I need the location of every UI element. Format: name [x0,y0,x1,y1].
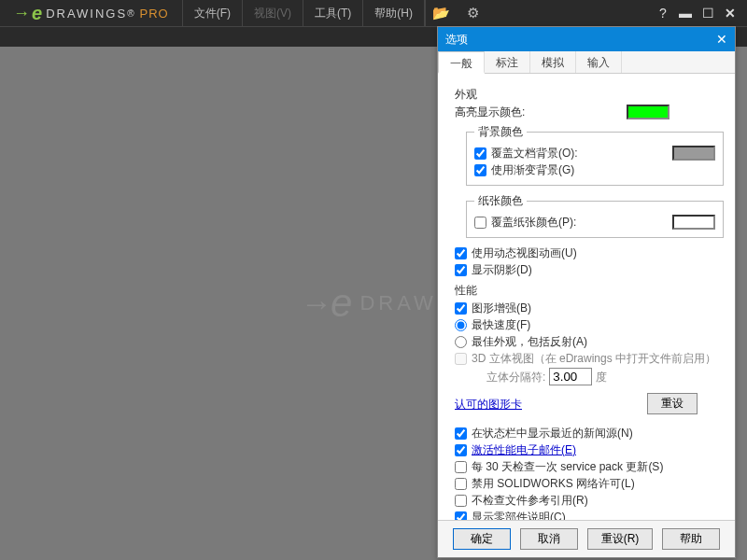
paper-color-group: 纸张颜色 覆盖纸张颜色(P): [466,193,724,238]
dialog-close-icon[interactable]: ✕ [716,32,727,47]
reset-button[interactable]: 重设(R) [587,528,654,550]
check-sp-check[interactable]: 每 30 天检查一次 service pack 更新(S) [455,459,724,474]
watermark: →eDRAWI [301,281,446,326]
tab-markup[interactable]: 标注 [485,51,530,73]
override-paper[interactable]: 覆盖纸张颜色(P): [474,215,715,230]
fastest-radio[interactable]: 最快速度(F) [455,317,724,332]
show-desc-check[interactable]: 显示零部件说明(C) [455,510,724,520]
ok-button[interactable]: 确定 [453,528,511,550]
highlight-color-swatch[interactable] [627,105,669,119]
stereo-unit: 度 [596,370,607,385]
window-controls: ? ▬ ☐ ✕ [654,6,747,21]
dynamic-view-check[interactable]: 使用动态视图动画(U) [455,245,724,260]
stereo-sep-input[interactable] [549,368,592,385]
tab-simulate[interactable]: 模拟 [530,51,576,73]
bg-legend: 背景颜色 [474,124,527,140]
perf-email-check[interactable]: 激活性能电子邮件(E) [455,442,724,457]
options-dialog: 选项 ✕ 一般 标注 模拟 输入 外观 高亮显示颜色: 背景颜色 覆盖文档背景(… [437,26,736,558]
maximize-icon[interactable]: ☐ [698,6,717,21]
stereo-sep-label: 立体分隔符: [486,370,545,385]
gear-icon[interactable]: ⚙ [457,0,488,26]
help-icon[interactable]: ? [654,6,672,21]
dialog-body: 外观 高亮显示颜色: 背景颜色 覆盖文档背景(O): 使用渐变背景(G) 纸张颜… [438,74,735,520]
gfx-boost-check[interactable]: 图形增强(B) [455,301,724,315]
approved-cards-link[interactable]: 认可的图形卡 [455,397,522,412]
status-news-check[interactable]: 在状态栏中显示最近的新闻源(N) [455,426,724,441]
override-doc-bg[interactable]: 覆盖文档背景(O): [474,146,715,161]
menubar: → e DRAWINGS ® PRO 文件(F) 视图(V) 工具(T) 帮助(… [0,0,747,26]
no-check-ref-check[interactable]: 不检查文件参考引用(R) [455,493,724,508]
logo-arrow-icon: → [13,4,30,23]
tab-input[interactable]: 输入 [576,51,622,73]
paper-color-swatch[interactable] [672,215,715,230]
menu-help[interactable]: 帮助(H) [363,0,425,26]
paper-legend: 纸张颜色 [474,193,527,209]
tab-strip: 一般 标注 模拟 输入 [438,51,735,74]
open-icon[interactable]: 📂 [425,0,457,26]
use-gradient-bg[interactable]: 使用渐变背景(G) [474,162,715,177]
cancel-button[interactable]: 取消 [520,528,578,550]
performance-header: 性能 [455,283,724,299]
menu-tools[interactable]: 工具(T) [303,0,363,26]
show-shadow-check[interactable]: 显示阴影(D) [455,262,724,277]
close-icon[interactable]: ✕ [721,6,740,21]
menu-view: 视图(V) [243,0,303,26]
tab-general[interactable]: 一般 [438,51,485,74]
logo-e-icon: e [32,3,42,24]
menu-file[interactable]: 文件(F) [183,0,243,26]
appearance-header: 外观 [455,87,724,103]
bg-color-swatch[interactable] [672,146,715,161]
bg-color-group: 背景颜色 覆盖文档背景(O): 使用渐变背景(G) [466,124,724,186]
highlight-label: 高亮显示颜色: [455,105,525,119]
disable-net-check[interactable]: 禁用 SOLIDWORKS 网络许可(L) [455,476,724,491]
perf-reset-button[interactable]: 重设 [647,393,698,414]
dialog-titlebar: 选项 ✕ [438,27,735,51]
dialog-title: 选项 [445,32,468,48]
stereo-check: 3D 立体视图（在 eDrawings 中打开文件前启用） [455,351,724,366]
logo-brand: DRAWINGS [46,7,127,21]
logo-pro: PRO [140,7,169,21]
app-logo: → e DRAWINGS ® PRO [0,0,183,26]
dialog-button-row: 确定 取消 重设(R) 帮助 [438,520,735,557]
help-button[interactable]: 帮助 [662,528,720,550]
best-radio[interactable]: 最佳外观，包括反射(A) [455,334,724,349]
minimize-icon[interactable]: ▬ [676,6,695,21]
